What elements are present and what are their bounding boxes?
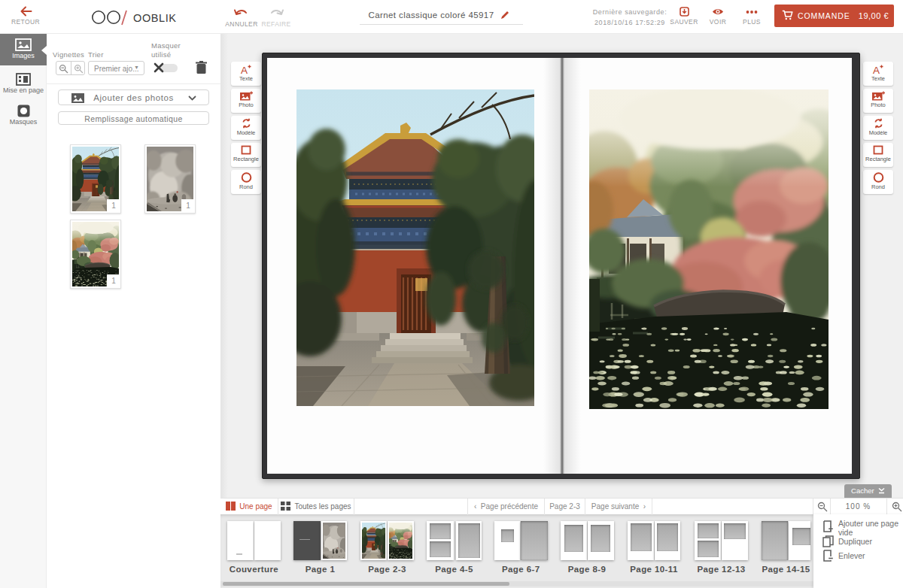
svg-text:A: A bbox=[873, 65, 880, 74]
svg-text:OOBLIK: OOBLIK bbox=[133, 12, 177, 24]
svg-text:A: A bbox=[241, 65, 248, 74]
